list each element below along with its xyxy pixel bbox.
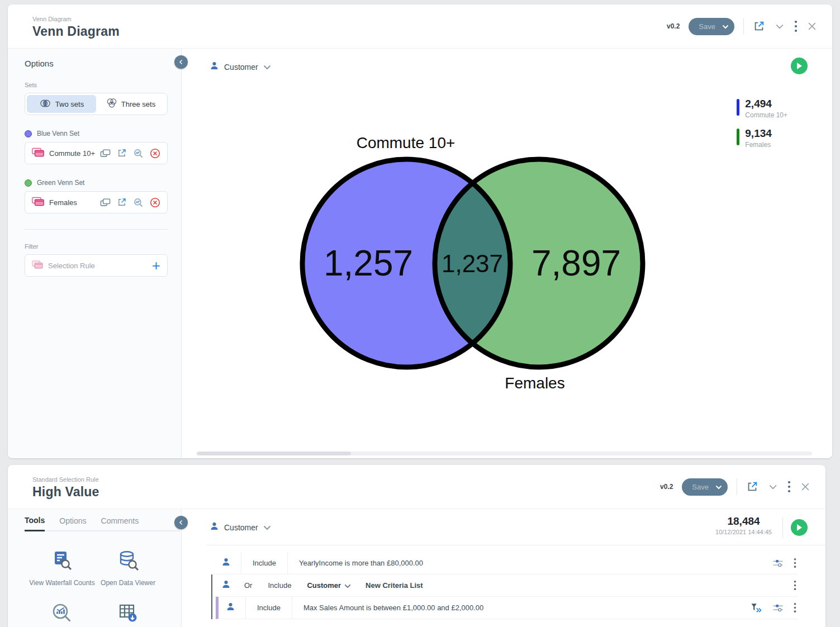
- data-viewer-icon: [117, 549, 139, 573]
- sliders-icon[interactable]: [772, 558, 784, 568]
- divider: [737, 478, 737, 495]
- legend-label: Females: [745, 141, 772, 149]
- analyze-selection-icon[interactable]: [133, 148, 144, 159]
- count-timestamp: 10/12/2021 14:44:45: [715, 529, 772, 535]
- count-block: 18,484 10/12/2021 14:44:45: [715, 515, 772, 535]
- filter-drop-zone[interactable]: Selection Rule +: [25, 254, 168, 277]
- close-icon[interactable]: [800, 481, 811, 492]
- remove-icon[interactable]: [150, 148, 160, 159]
- venn-right-title: Females: [505, 374, 564, 392]
- resolve-table-selector[interactable]: Customer: [210, 61, 271, 73]
- options-title: Options: [25, 59, 168, 68]
- venn-diagram: Commute 10+ 1,257 1,237 7,897 Females: [299, 128, 657, 396]
- chevron-down-icon[interactable]: [767, 481, 779, 492]
- selection-cards-icon: [32, 260, 43, 271]
- divider: [287, 552, 288, 574]
- remove-icon[interactable]: [150, 197, 160, 208]
- close-icon[interactable]: [806, 21, 818, 32]
- sets-segmented-control: Two sets Three sets: [25, 93, 168, 115]
- blue-set-chip[interactable]: Commute 10+: [25, 142, 168, 164]
- kebab-menu-icon[interactable]: [787, 481, 791, 493]
- legend-label: Commute 10+: [745, 111, 787, 119]
- open-selection-icon[interactable]: [117, 197, 127, 207]
- save-chevron-down-icon: [715, 483, 722, 491]
- save-button[interactable]: Save: [682, 478, 728, 496]
- collapse-sidebar-button[interactable]: [174, 516, 188, 529]
- chevron-down-icon: [344, 581, 351, 591]
- rule-criteria: New Criteria List: [366, 581, 423, 590]
- analyze-chart-icon: [51, 602, 73, 626]
- two-sets-icon: [39, 99, 51, 110]
- save-button[interactable]: Save: [689, 18, 734, 35]
- green-set-chip[interactable]: Females: [25, 191, 168, 213]
- collapse-sidebar-button[interactable]: [174, 55, 188, 69]
- kebab-menu-icon[interactable]: [794, 602, 796, 613]
- rule-criteria: YearlyIncome is more than £80,000.00: [299, 559, 423, 567]
- header-controls: v0.2 Save: [660, 465, 811, 509]
- person-icon: [226, 602, 235, 614]
- legend-value: 2,494: [745, 98, 787, 110]
- filter-placeholder: Selection Rule: [48, 262, 152, 270]
- rule-main-area: Customer 18,484 10/12/2021 14:44:45: [182, 509, 825, 627]
- table-download-icon: [117, 602, 139, 626]
- rule-table-selector[interactable]: Customer: [307, 581, 351, 591]
- blue-set-header: Blue Venn Set: [25, 130, 168, 137]
- rule-row-yearly-income[interactable]: Include YearlyIncome is more than £80,00…: [211, 552, 798, 574]
- analyze-selection-button[interactable]: [29, 602, 95, 626]
- tab-tools[interactable]: Tools: [25, 516, 45, 531]
- venn-right-count: 7,897: [531, 243, 621, 283]
- person-icon: [221, 557, 231, 569]
- rules-list: Include YearlyIncome is more than £80,00…: [211, 552, 798, 619]
- three-sets-option[interactable]: Three sets: [96, 95, 165, 113]
- open-selection-icon[interactable]: [117, 148, 127, 158]
- rule-panel-header: Standard Selection Rule High Value v0.2 …: [8, 465, 825, 509]
- rule-logic: Or: [244, 581, 252, 590]
- filter-forward-icon[interactable]: [750, 602, 762, 613]
- resolve-table-selector[interactable]: Customer: [210, 521, 271, 533]
- venn-diagram-panel: Venn Diagram Venn Diagram v0.2 Save: [8, 4, 832, 458]
- rule-group: Or Include Customer New Criteria List: [211, 574, 798, 619]
- venn-panel-header: Venn Diagram Venn Diagram v0.2 Save: [8, 4, 832, 48]
- rule-verb: Include: [268, 581, 291, 590]
- chevron-down-icon[interactable]: [774, 21, 785, 32]
- rule-row-or-criteria-list[interactable]: Or Include Customer New Criteria List: [212, 574, 798, 597]
- legend-color-bar: [737, 99, 739, 116]
- green-set-header: Green Venn Set: [25, 179, 168, 187]
- selection-count: 18,484: [715, 515, 772, 528]
- version-label: v0.2: [667, 22, 680, 30]
- legend-color-bar: [737, 129, 739, 145]
- tab-options[interactable]: Options: [59, 516, 86, 530]
- rule-verb: Include: [241, 559, 287, 567]
- duplicate-icon[interactable]: [100, 149, 111, 158]
- venn-overlap-count: 1,237: [442, 250, 503, 277]
- two-sets-option[interactable]: Two sets: [27, 95, 96, 113]
- duplicate-icon[interactable]: [100, 198, 111, 207]
- rule-row-max-sales[interactable]: Include Max Sales Amount is between £1,0…: [216, 597, 798, 619]
- horizontal-scrollbar[interactable]: [196, 452, 812, 455]
- person-icon: [221, 580, 231, 591]
- divider: [743, 18, 744, 35]
- kebab-menu-icon[interactable]: [794, 20, 798, 32]
- selection-cards-icon: [32, 197, 44, 208]
- sets-label: Sets: [25, 82, 168, 88]
- view-waterfall-counts-button[interactable]: View Waterfall Counts: [29, 549, 95, 587]
- version-label: v0.2: [660, 483, 673, 491]
- tab-comments[interactable]: Comments: [101, 516, 139, 530]
- divider: [292, 597, 292, 619]
- run-count-button[interactable]: [791, 58, 808, 74]
- kebab-menu-icon[interactable]: [794, 580, 796, 591]
- kebab-menu-icon[interactable]: [794, 558, 796, 568]
- legend-item-females: 9,134 Females: [737, 127, 787, 149]
- add-filter-icon[interactable]: +: [152, 260, 160, 271]
- export-table-button[interactable]: [95, 602, 161, 626]
- sliders-icon[interactable]: [772, 603, 784, 612]
- sidebar-tabs: Tools Options Comments: [25, 516, 180, 531]
- analyze-selection-icon[interactable]: [133, 197, 144, 208]
- open-data-viewer-button[interactable]: Open Data Viewer: [95, 549, 161, 587]
- blue-set-value: Commute 10+: [49, 149, 100, 158]
- scrollbar-thumb[interactable]: [197, 452, 351, 455]
- open-in-new-window-icon[interactable]: [753, 20, 765, 32]
- tools-sidebar: Tools Options Comments View Waterfall Co…: [8, 509, 182, 627]
- open-in-new-window-icon[interactable]: [746, 481, 758, 493]
- run-count-button[interactable]: [791, 519, 808, 536]
